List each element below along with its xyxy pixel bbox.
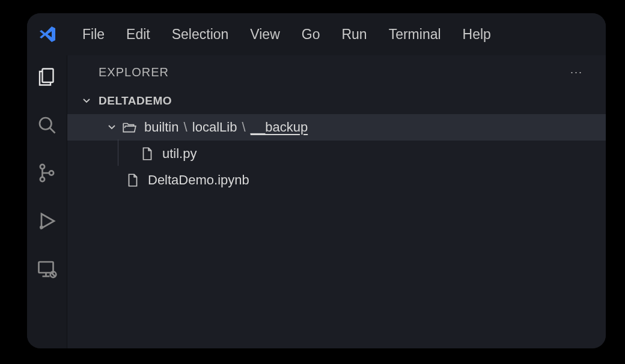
tree-file[interactable]: util.py <box>67 141 606 167</box>
chevron-down-icon <box>82 96 91 106</box>
workspace-name: DELTADEMO <box>99 94 172 108</box>
svg-point-4 <box>40 177 44 181</box>
svg-point-7 <box>40 226 43 229</box>
tree-folder[interactable]: builtin \ localLib \ __backup <box>67 114 606 141</box>
explorer-header: EXPLORER ··· <box>67 55 606 89</box>
activity-remote-icon[interactable] <box>36 258 58 280</box>
activity-explorer-icon[interactable] <box>36 66 58 88</box>
folder-open-icon <box>121 120 137 135</box>
file-tree: builtin \ localLib \ __backup util.py De… <box>67 113 606 193</box>
explorer-sidebar: EXPLORER ··· DELTADEMO bui <box>67 55 606 348</box>
menu-go[interactable]: Go <box>291 23 331 46</box>
menu-terminal[interactable]: Terminal <box>378 23 452 46</box>
menu-file[interactable]: File <box>72 23 115 46</box>
activity-bar <box>27 55 67 348</box>
svg-rect-0 <box>43 69 53 83</box>
workspace-header[interactable]: DELTADEMO <box>67 89 606 113</box>
indent-guide <box>118 139 118 166</box>
explorer-more-icon[interactable]: ··· <box>570 66 584 79</box>
menu-run[interactable]: Run <box>331 23 377 46</box>
tree-file-label: DeltaDemo.ipynb <box>148 172 249 188</box>
menu-bar: FileEditSelectionViewGoRunTerminalHelp <box>27 13 606 55</box>
activity-source-control-icon[interactable] <box>36 162 58 184</box>
menu-help[interactable]: Help <box>452 23 502 46</box>
svg-point-3 <box>40 165 44 169</box>
svg-line-2 <box>50 128 55 133</box>
tree-file-label: util.py <box>162 146 197 162</box>
chevron-down-icon <box>106 123 118 132</box>
menu-edit[interactable]: Edit <box>115 23 161 46</box>
window-body: EXPLORER ··· DELTADEMO bui <box>27 55 606 348</box>
svg-marker-6 <box>41 214 54 228</box>
tree-folder-label: builtin \ localLib \ __backup <box>144 120 308 135</box>
file-icon <box>125 172 141 188</box>
svg-rect-8 <box>39 262 53 273</box>
menu-view[interactable]: View <box>239 23 290 46</box>
svg-point-1 <box>40 118 52 130</box>
explorer-title: EXPLORER <box>99 65 169 79</box>
activity-search-icon[interactable] <box>36 114 58 136</box>
file-icon <box>139 146 155 162</box>
tree-file[interactable]: DeltaDemo.ipynb <box>67 167 606 193</box>
activity-run-debug-icon[interactable] <box>36 210 58 232</box>
svg-point-5 <box>49 171 53 175</box>
menu-selection[interactable]: Selection <box>161 23 240 46</box>
vscode-window: FileEditSelectionViewGoRunTerminalHelp <box>27 13 606 348</box>
vscode-logo-icon <box>38 25 57 44</box>
